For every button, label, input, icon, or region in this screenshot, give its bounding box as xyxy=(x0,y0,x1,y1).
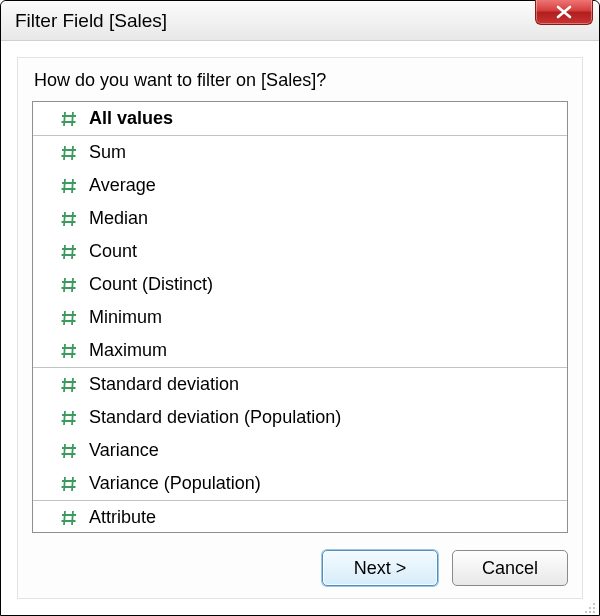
close-button[interactable] xyxy=(535,0,593,25)
filter-options-list: All values Sum Average Median Count xyxy=(32,101,568,533)
filter-option-variance[interactable]: Variance xyxy=(33,434,567,467)
dialog-buttons: Next > Cancel xyxy=(322,550,568,586)
next-button[interactable]: Next > xyxy=(322,550,438,586)
window-title: Filter Field [Sales] xyxy=(15,1,589,41)
title-bar: Filter Field [Sales] xyxy=(1,1,599,41)
filter-option-attribute[interactable]: Attribute xyxy=(33,501,567,533)
svg-point-0 xyxy=(593,603,595,605)
filter-option-count-distinct[interactable]: Count (Distinct) xyxy=(33,268,567,301)
filter-option-label: Minimum xyxy=(89,307,162,328)
filter-option-median[interactable]: Median xyxy=(33,202,567,235)
number-icon xyxy=(55,244,83,260)
filter-option-std-dev-pop[interactable]: Standard deviation (Population) xyxy=(33,401,567,434)
cancel-button[interactable]: Cancel xyxy=(452,550,568,586)
filter-option-count[interactable]: Count xyxy=(33,235,567,268)
filter-option-minimum[interactable]: Minimum xyxy=(33,301,567,334)
svg-point-1 xyxy=(589,607,591,609)
svg-point-4 xyxy=(589,611,591,613)
close-icon xyxy=(555,5,573,19)
filter-option-label: Count xyxy=(89,241,137,262)
filter-option-label: Variance (Population) xyxy=(89,473,261,494)
filter-option-label: All values xyxy=(89,108,173,129)
prompt-text: How do you want to filter on [Sales]? xyxy=(34,70,568,91)
number-icon xyxy=(55,211,83,227)
number-icon xyxy=(55,178,83,194)
filter-option-label: Standard deviation (Population) xyxy=(89,407,341,428)
filter-option-sum[interactable]: Sum xyxy=(33,136,567,169)
number-icon xyxy=(55,510,83,526)
number-icon xyxy=(55,111,83,127)
dialog-window: Filter Field [Sales] How do you want to … xyxy=(0,0,600,616)
filter-option-label: Standard deviation xyxy=(89,374,239,395)
resize-grip[interactable] xyxy=(582,598,596,612)
svg-point-2 xyxy=(593,607,595,609)
filter-option-average[interactable]: Average xyxy=(33,169,567,202)
number-icon xyxy=(55,343,83,359)
filter-option-variance-pop[interactable]: Variance (Population) xyxy=(33,467,567,500)
number-icon xyxy=(55,476,83,492)
svg-point-5 xyxy=(593,611,595,613)
filter-option-label: Count (Distinct) xyxy=(89,274,213,295)
filter-option-std-dev[interactable]: Standard deviation xyxy=(33,368,567,401)
number-icon xyxy=(55,377,83,393)
number-icon xyxy=(55,145,83,161)
number-icon xyxy=(55,443,83,459)
filter-option-label: Attribute xyxy=(89,507,156,528)
svg-point-3 xyxy=(585,611,587,613)
filter-option-label: Variance xyxy=(89,440,159,461)
filter-option-label: Median xyxy=(89,208,148,229)
filter-option-label: Average xyxy=(89,175,156,196)
filter-option-all-values[interactable]: All values xyxy=(33,102,567,135)
number-icon xyxy=(55,277,83,293)
dialog-content: How do you want to filter on [Sales]? Al… xyxy=(17,57,583,599)
number-icon xyxy=(55,310,83,326)
filter-option-maximum[interactable]: Maximum xyxy=(33,334,567,367)
number-icon xyxy=(55,410,83,426)
filter-option-label: Maximum xyxy=(89,340,167,361)
filter-option-label: Sum xyxy=(89,142,126,163)
